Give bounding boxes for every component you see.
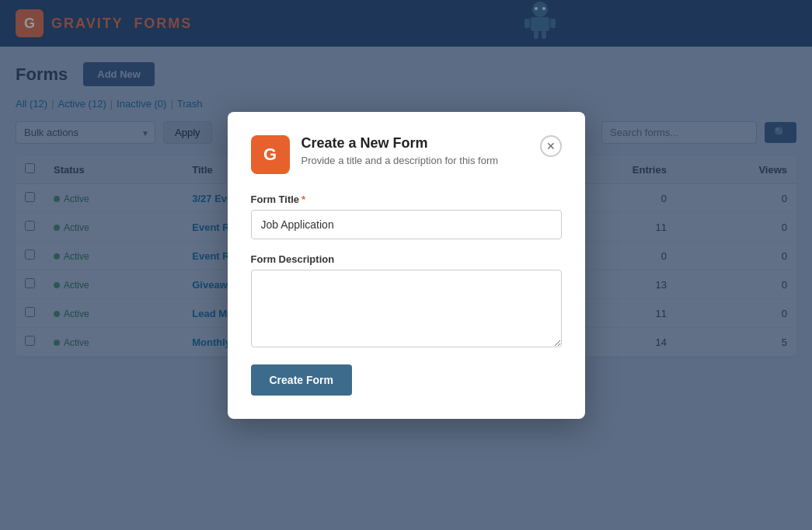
form-title-group: Form Title* xyxy=(251,194,562,239)
create-form-button[interactable]: Create Form xyxy=(251,364,352,396)
modal-title: Create a New Form xyxy=(301,135,528,152)
form-description-label: Form Description xyxy=(251,253,562,265)
modal-overlay: G Create a New Form Provide a title and … xyxy=(0,0,812,530)
create-form-modal: G Create a New Form Provide a title and … xyxy=(228,112,585,419)
modal-close-button[interactable]: ✕ xyxy=(540,135,562,157)
form-title-input[interactable] xyxy=(251,210,562,239)
modal-logo-icon: G xyxy=(251,135,290,174)
form-description-group: Form Description xyxy=(251,253,562,350)
required-star: * xyxy=(301,194,305,205)
modal-subtitle: Provide a title and a description for th… xyxy=(301,155,528,166)
form-title-label: Form Title* xyxy=(251,194,562,205)
modal-title-area: Create a New Form Provide a title and a … xyxy=(301,135,528,166)
form-description-textarea[interactable] xyxy=(251,270,562,347)
modal-header: G Create a New Form Provide a title and … xyxy=(251,135,562,174)
